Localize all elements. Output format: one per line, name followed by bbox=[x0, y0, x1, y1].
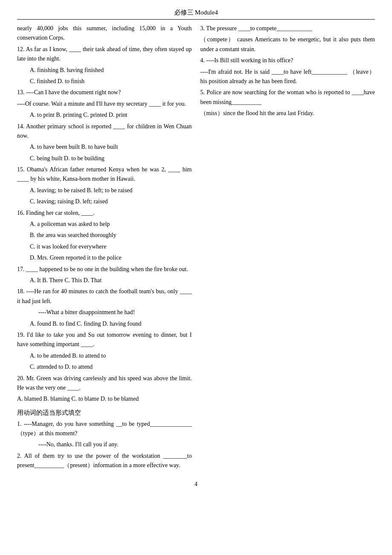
q20-stem: 20. Mr. Green was driving carelessly and… bbox=[17, 374, 192, 393]
q14-options2: C. being built D. to be building bbox=[17, 154, 192, 163]
q18-options: A. found B. to find C. finding D. having… bbox=[17, 319, 192, 329]
fill2-stem: 2. All of them try to use the power of t… bbox=[17, 451, 192, 471]
q15-options2: C. leaving; raising D. left; raised bbox=[17, 197, 192, 206]
q16-d: D. Mrs. Green reported it to the police bbox=[17, 253, 192, 263]
fill-title: 用动词的适当形式填空 bbox=[17, 408, 192, 418]
fill1-sub: ----No, thanks. I'll call you if any. bbox=[17, 440, 192, 449]
q13-sub: ----Of course. Wait a minute and I'll ha… bbox=[17, 99, 192, 109]
right-q3-sub: （compete） causes Americans to be energet… bbox=[200, 35, 375, 54]
q13-stem: 13. ----Can I have the document right no… bbox=[17, 88, 192, 97]
q14-options1: A. to have been built B. to have built bbox=[17, 142, 192, 152]
q17-stem: 17. ____ happened to be no one in the bu… bbox=[17, 265, 192, 274]
q17-options: A. It B. There C. This D. That bbox=[17, 276, 192, 285]
fill1-stem: 1. ----Manager, do you have something __… bbox=[17, 419, 192, 439]
q16-stem: 16. Finding her car stolen, ____. bbox=[17, 208, 192, 218]
page-title: 必修三 Module4 bbox=[17, 9, 375, 20]
q15-options1: A. leaving; to be raised B. left; to be … bbox=[17, 186, 192, 195]
q15-stem: 15. Obama's African father returned Keny… bbox=[17, 165, 192, 184]
page-number: 4 bbox=[17, 481, 375, 488]
q19-options2: C. attended to D. to attend bbox=[17, 362, 192, 372]
right-q5-sub: （miss）since the flood hit the area last … bbox=[200, 109, 375, 118]
q14-stem: 14. Another primary school is reported _… bbox=[17, 122, 192, 141]
q19-stem: 19. I'd like to take you and Su out tomo… bbox=[17, 330, 192, 350]
q18-sub: ----What a bitter disappointment he had! bbox=[17, 308, 192, 317]
q20-options: A. blamed B. blaming C. to blame D. to b… bbox=[17, 394, 192, 404]
q16-a: A. a policeman was asked to help bbox=[17, 220, 192, 229]
left-column: nearly 40,000 jobs this summer, includin… bbox=[17, 24, 192, 472]
q18-stem: 18. ----He ran for 40 minutes to catch t… bbox=[17, 287, 192, 306]
right-q5-stem: 5. Police are now searching for the woma… bbox=[200, 88, 375, 107]
right-q3-stem: 3. The pressure ____to compete__________… bbox=[200, 24, 375, 33]
right-q4-sub: ----I'm afraid not. He is said ____to ha… bbox=[200, 67, 375, 87]
q12-stem: 12. As far as I know, ____ their task ah… bbox=[17, 45, 192, 64]
q16-c: C. it was looked for everywhere bbox=[17, 242, 192, 251]
right-column: 3. The pressure ____to compete__________… bbox=[200, 24, 375, 472]
right-q4-stem: 4. ----Is Bill still working in his offi… bbox=[200, 56, 375, 65]
q13-options: A. to print B. printing C. printed D. pr… bbox=[17, 110, 192, 120]
q16-b: B. the area was searched thoroughly bbox=[17, 231, 192, 240]
q12-options1: A. finishing B. having finished bbox=[17, 66, 192, 75]
q19-options1: A. to be attended B. to attend to bbox=[17, 351, 192, 361]
q12-options2: C. finished D. to finish bbox=[17, 77, 192, 86]
intro-text: nearly 40,000 jobs this summer, includin… bbox=[17, 24, 192, 43]
